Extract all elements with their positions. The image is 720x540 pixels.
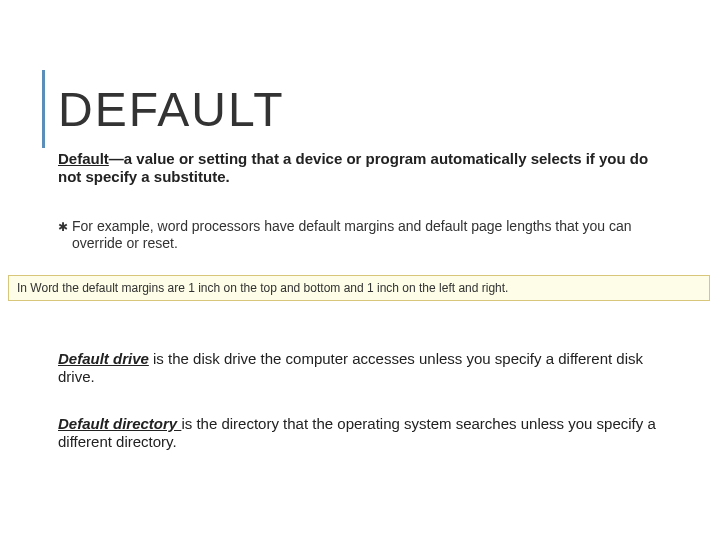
bullet-icon: ✱ [58, 220, 68, 234]
definition-emphasis: automatically [431, 150, 527, 167]
definition-line: Default—a value or setting that a device… [58, 150, 658, 186]
example-text: For example, word processors have defaul… [72, 218, 672, 252]
definition-term: Default [58, 150, 109, 167]
default-directory-paragraph: Default directory is the directory that … [58, 415, 658, 451]
definition-text-a: —a value or setting that a device or pro… [109, 150, 431, 167]
accent-bar [42, 70, 45, 148]
default-drive-term: Default drive [58, 350, 149, 367]
callout-box: In Word the default margins are 1 inch o… [8, 275, 710, 301]
default-drive-paragraph: Default drive is the disk drive the comp… [58, 350, 658, 386]
default-directory-term: Default directory [58, 415, 181, 432]
slide-title: DEFAULT [58, 82, 284, 137]
slide: DEFAULT Default—a value or setting that … [0, 0, 720, 540]
